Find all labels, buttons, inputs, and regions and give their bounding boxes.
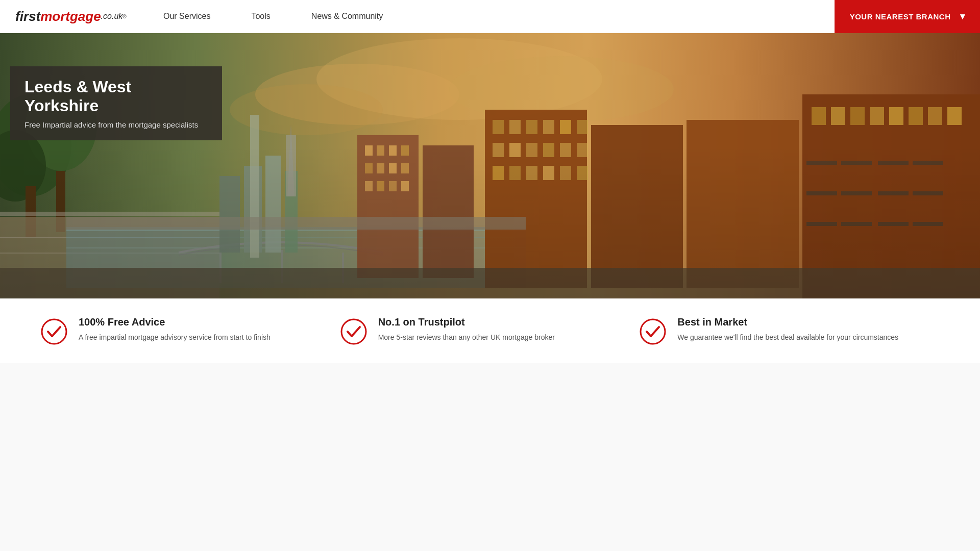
header: firstmortgage.co.uk® Our Services Tools … [0,0,980,33]
svg-rect-27 [357,135,419,278]
hero-title: Leeds & West Yorkshire [24,78,208,115]
svg-rect-69 [878,191,909,195]
svg-rect-24 [250,115,259,258]
logo-mortgage: mortgage [40,9,101,24]
svg-rect-84 [66,217,526,230]
svg-rect-83 [0,268,980,298]
svg-point-87 [341,319,366,344]
feature-trustpilot-text: No.1 on Trustpilot More 5-star reviews t… [378,316,555,343]
svg-rect-37 [365,181,373,191]
svg-rect-79 [889,107,903,125]
svg-rect-59 [526,166,537,180]
nav-tools[interactable]: Tools [231,0,290,33]
chevron-down-icon: ▾ [960,11,965,22]
svg-rect-15 [66,237,526,238]
svg-rect-71 [806,222,837,226]
logo-first: first [15,9,40,24]
svg-rect-49 [560,120,571,134]
svg-rect-80 [909,107,923,125]
svg-rect-58 [509,166,521,180]
feature-best-market-desc: We guarantee we'll find the best deal av… [677,332,898,343]
svg-rect-22 [265,156,281,253]
hero-section: Leeds & West Yorkshire Free Impartial ad… [0,33,980,298]
svg-rect-75 [812,107,826,125]
svg-rect-14 [66,230,526,231]
svg-rect-78 [870,107,884,125]
svg-rect-32 [401,145,409,156]
svg-rect-33 [365,163,373,173]
logo[interactable]: firstmortgage.co.uk® [0,9,143,24]
logo-couk: .co.uk [101,12,123,21]
svg-rect-68 [841,191,872,195]
svg-rect-72 [841,222,872,226]
svg-rect-40 [401,181,409,191]
svg-rect-77 [850,107,865,125]
svg-rect-46 [509,120,521,134]
feature-free-advice-desc: A free impartial mortgage advisory servi… [79,332,271,343]
svg-rect-16 [66,247,526,248]
svg-rect-30 [377,145,384,156]
svg-rect-63 [806,161,837,165]
svg-rect-26 [286,135,296,196]
svg-rect-18 [281,250,283,283]
svg-rect-51 [493,143,504,157]
svg-rect-62 [577,166,588,180]
svg-rect-65 [878,161,909,165]
feature-best-market: Best in Market We guarantee we'll find t… [640,316,939,345]
svg-rect-21 [244,166,262,253]
feature-free-advice: 100% Free Advice A free impartial mortga… [41,316,340,345]
svg-rect-70 [913,191,943,195]
svg-rect-19 [342,253,344,283]
svg-rect-81 [928,107,942,125]
svg-rect-39 [389,181,397,191]
svg-rect-82 [947,107,962,125]
svg-rect-43 [687,120,799,288]
svg-rect-17 [219,253,222,283]
hero-subtitle: Free Impartial advice from the mortgage … [24,120,208,129]
svg-point-86 [42,319,66,344]
nav-news-community[interactable]: News & Community [291,0,403,33]
svg-rect-48 [543,120,554,134]
svg-rect-54 [543,143,554,157]
svg-rect-66 [913,161,943,165]
checkmark-icon-3 [640,318,666,345]
main-nav: Our Services Tools News & Community [143,0,835,33]
svg-rect-9 [56,171,65,232]
svg-rect-47 [526,120,537,134]
breadcrumb: Home › Branches › Leeds [0,363,980,551]
svg-rect-53 [526,143,537,157]
svg-rect-8 [26,186,36,237]
feature-free-advice-text: 100% Free Advice A free impartial mortga… [79,316,271,343]
svg-rect-50 [577,120,588,134]
feature-trustpilot-title: No.1 on Trustpilot [378,316,555,328]
svg-rect-57 [493,166,504,180]
feature-trustpilot: No.1 on Trustpilot More 5-star reviews t… [340,316,640,345]
svg-rect-61 [560,166,571,180]
svg-rect-41 [485,110,587,288]
svg-point-88 [641,319,665,344]
svg-rect-45 [493,120,504,134]
svg-rect-35 [389,163,397,173]
svg-rect-74 [913,222,943,226]
svg-rect-34 [377,163,384,173]
svg-rect-20 [219,176,240,253]
svg-rect-42 [591,125,683,288]
svg-rect-76 [831,107,845,125]
feature-best-market-text: Best in Market We guarantee we'll find t… [677,316,898,343]
hero-overlay: Leeds & West Yorkshire Free Impartial ad… [10,66,222,140]
svg-rect-52 [509,143,521,157]
svg-rect-36 [401,163,409,173]
svg-rect-29 [365,145,373,156]
nav-our-services[interactable]: Our Services [143,0,231,33]
svg-rect-23 [285,171,298,253]
svg-rect-85 [0,212,219,216]
svg-rect-11 [0,237,219,238]
checkmark-icon-2 [340,318,367,345]
nearest-branch-button[interactable]: YOUR NEAREST BRANCH ▾ [835,0,980,33]
svg-rect-67 [806,191,837,195]
svg-rect-64 [841,161,872,165]
svg-rect-12 [0,253,219,254]
feature-best-market-title: Best in Market [677,316,898,328]
svg-rect-28 [423,145,474,278]
svg-rect-60 [543,166,554,180]
